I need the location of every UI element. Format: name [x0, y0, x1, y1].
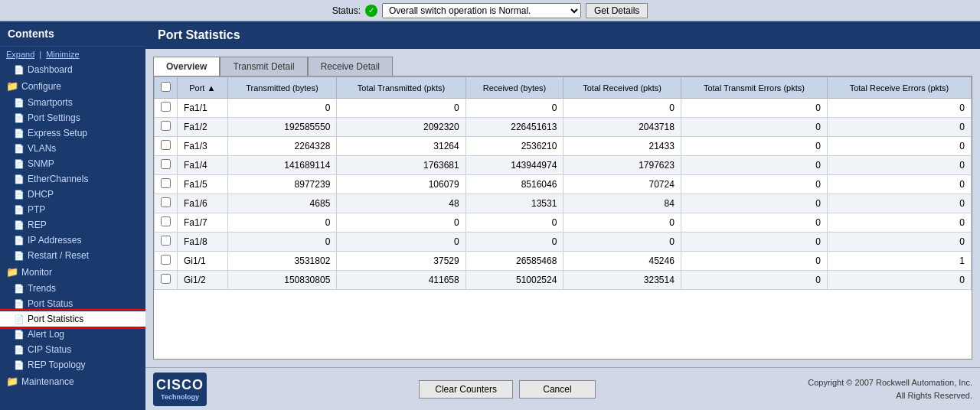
sidebar-item-restart-reset[interactable]: 📄 Restart / Reset	[0, 248, 145, 263]
sidebar-group-maintenance[interactable]: 📁 Maintenance	[0, 373, 145, 390]
sidebar-item-rep-topology[interactable]: 📄 REP Topology	[0, 357, 145, 373]
status-icon: ✓	[365, 5, 377, 17]
row-total-rx-pkts: 84	[564, 194, 681, 213]
sidebar-item-etherchannels[interactable]: 📄 EtherChannels	[0, 171, 145, 187]
select-all-checkbox[interactable]	[161, 82, 171, 92]
row-total-rx-errors: 0	[827, 213, 971, 233]
row-total-tx-errors: 0	[681, 137, 827, 156]
row-total-rx-pkts: 323514	[564, 271, 681, 290]
row-total-rx-errors: 0	[827, 137, 971, 156]
row-total-tx-errors: 0	[681, 252, 827, 271]
sidebar-item-smartports[interactable]: 📄 Smartports	[0, 95, 145, 110]
sidebar-group-monitor[interactable]: 📁 Monitor	[0, 263, 145, 281]
sidebar-item-dashboard[interactable]: 📄 Dashboard	[0, 62, 145, 77]
row-checkbox[interactable]	[161, 274, 171, 284]
sidebar-item-port-status[interactable]: 📄 Port Status	[0, 296, 145, 311]
table-row: Fa1/1 0 0 0 0 0 0	[155, 99, 972, 118]
status-select[interactable]: Overall switch operation is Normal.	[382, 3, 581, 18]
col-header-port[interactable]: Port ▲	[178, 77, 228, 99]
sidebar-item-vlans[interactable]: 📄 VLANs	[0, 141, 145, 156]
copyright: Copyright © 2007 Rockwell Automation, In…	[808, 376, 972, 402]
row-port: Gi1/1	[178, 252, 228, 271]
row-checkbox-cell	[155, 118, 178, 137]
cisco-brand-text: CISCO	[156, 377, 204, 393]
sidebar-title: Contents	[0, 21, 145, 47]
col-header-total-rx-errors: Total Receive Errors (pkts)	[827, 77, 971, 99]
row-total-rx-errors: 0	[827, 99, 971, 118]
row-checkbox-cell	[155, 137, 178, 156]
sidebar-item-ptp[interactable]: 📄 PTP	[0, 202, 145, 217]
row-total-tx-pkts: 2092320	[337, 118, 466, 137]
row-checkbox[interactable]	[161, 102, 171, 112]
table-row: Fa1/3 2264328 31264 2536210 21433 0 0	[155, 137, 972, 156]
tab-bar: Overview Transmit Detail Receive Detail	[153, 57, 972, 76]
tab-overview[interactable]: Overview	[153, 57, 220, 76]
statistics-table-container: Port ▲ Transmitted (bytes) Total Transmi…	[153, 76, 972, 360]
row-tx-bytes: 2264328	[227, 137, 337, 156]
sidebar-item-dhcp[interactable]: 📄 DHCP	[0, 187, 145, 202]
row-checkbox[interactable]	[161, 140, 171, 150]
sidebar-expand[interactable]: Expand	[6, 50, 34, 59]
sidebar-item-express-setup[interactable]: 📄 Express Setup	[0, 125, 145, 141]
row-checkbox[interactable]	[161, 159, 171, 169]
row-total-rx-errors: 0	[827, 194, 971, 213]
row-rx-bytes: 0	[466, 99, 564, 118]
sidebar-item-port-settings[interactable]: 📄 Port Settings	[0, 110, 145, 125]
row-checkbox-cell	[155, 99, 178, 118]
row-checkbox[interactable]	[161, 178, 171, 188]
row-rx-bytes: 0	[466, 233, 564, 252]
row-checkbox-cell	[155, 271, 178, 290]
row-total-rx-pkts: 45246	[564, 252, 681, 271]
content-area: Port Statistics Overview Transmit Detail…	[145, 21, 980, 410]
page-icon: 📄	[14, 113, 24, 123]
page-icon: 📄	[14, 251, 24, 261]
page-icon: 📄	[14, 129, 24, 138]
page-icon: 📄	[14, 205, 24, 215]
row-rx-bytes: 13531	[466, 194, 564, 213]
row-total-rx-errors: 0	[827, 118, 971, 137]
get-details-button[interactable]: Get Details	[586, 3, 648, 18]
row-total-tx-pkts: 1763681	[337, 156, 466, 175]
row-tx-bytes: 3531802	[227, 252, 337, 271]
row-port: Fa1/3	[178, 137, 228, 156]
footer-buttons: Clear Counters Cancel	[419, 380, 596, 399]
tab-receive-detail[interactable]: Receive Detail	[308, 57, 393, 76]
row-checkbox[interactable]	[161, 197, 171, 207]
row-checkbox[interactable]	[161, 216, 171, 226]
sidebar-item-ip-addresses[interactable]: 📄 IP Addresses	[0, 233, 145, 248]
col-header-rx-bytes: Received (bytes)	[466, 77, 564, 99]
sidebar-item-snmp[interactable]: 📄 SNMP	[0, 156, 145, 171]
row-total-rx-errors: 0	[827, 156, 971, 175]
clear-counters-button[interactable]: Clear Counters	[419, 380, 513, 399]
row-rx-bytes: 0	[466, 213, 564, 233]
col-header-tx-bytes: Transmitted (bytes)	[227, 77, 337, 99]
row-checkbox[interactable]	[161, 255, 171, 265]
row-total-rx-pkts: 21433	[564, 137, 681, 156]
row-total-rx-pkts: 0	[564, 213, 681, 233]
row-total-rx-errors: 0	[827, 271, 971, 290]
sidebar-item-port-statistics[interactable]: 📄 Port Statistics	[0, 311, 145, 327]
row-checkbox[interactable]	[161, 236, 171, 246]
sidebar-item-trends[interactable]: 📄 Trends	[0, 281, 145, 296]
table-row: Fa1/7 0 0 0 0 0 0	[155, 213, 972, 233]
sidebar-item-rep[interactable]: 📄 REP	[0, 217, 145, 233]
table-row: Fa1/4 141689114 1763681 143944974 179762…	[155, 156, 972, 175]
cancel-button[interactable]: Cancel	[519, 380, 596, 399]
row-total-rx-errors: 0	[827, 175, 971, 194]
sidebar-group-configure[interactable]: 📁 Configure	[0, 77, 145, 95]
row-port: Fa1/2	[178, 118, 228, 137]
col-header-total-rx-pkts: Total Received (pkts)	[564, 77, 681, 99]
sidebar-item-cip-status[interactable]: 📄 CIP Status	[0, 342, 145, 357]
row-total-tx-errors: 0	[681, 99, 827, 118]
sidebar-minimize[interactable]: Minimize	[46, 50, 79, 59]
tab-transmit-detail[interactable]: Transmit Detail	[220, 57, 307, 76]
folder-icon: 📁	[6, 266, 18, 278]
row-port: Fa1/7	[178, 213, 228, 233]
row-total-rx-pkts: 0	[564, 99, 681, 118]
sidebar-item-alert-log[interactable]: 📄 Alert Log	[0, 327, 145, 342]
row-total-tx-pkts: 0	[337, 99, 466, 118]
row-total-tx-errors: 0	[681, 156, 827, 175]
row-checkbox[interactable]	[161, 121, 171, 131]
row-port: Gi1/2	[178, 271, 228, 290]
page-icon: 📄	[14, 360, 24, 370]
